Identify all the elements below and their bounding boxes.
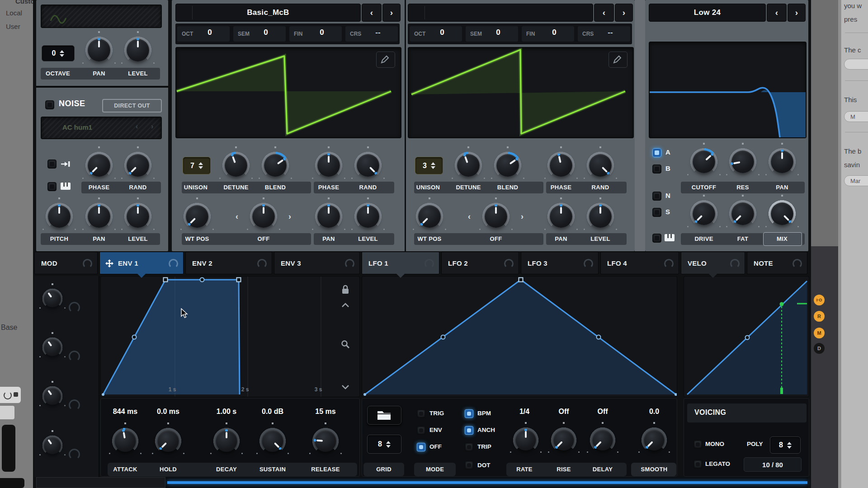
help-pill-button[interactable]: Mar [844,175,868,186]
osc1-prev-button[interactable]: ‹ [362,4,382,22]
lfo-anch-checkbox[interactable] [465,426,473,435]
filter-cutoff-knob[interactable] [689,147,718,176]
browser-item-base[interactable]: Base [1,324,17,332]
filter-type-header[interactable]: Low 24 [649,4,766,22]
filter-drive-knob[interactable] [689,199,718,228]
stepper-arrows-icon[interactable] [386,441,391,448]
osc1-off-knob[interactable] [249,202,278,231]
osc1-detune-knob[interactable] [222,151,250,180]
mod-knob-3[interactable] [42,385,63,407]
osc1-name-header[interactable]: Basic_McB [175,4,361,22]
noise-next-icon[interactable]: › [151,122,153,131]
tab-env2[interactable]: ENV 2 [185,252,272,274]
osc2-phase-knob[interactable] [547,151,576,180]
filter-next-button[interactable]: › [788,4,806,22]
chevron-up-icon[interactable] [342,303,349,307]
bottom-scroll-indicator[interactable] [167,481,807,484]
osc2-off-prev-icon[interactable]: ‹ [468,212,471,221]
osc2-prev-button[interactable]: ‹ [594,4,614,22]
lfo-env-checkbox[interactable] [417,426,425,435]
osc1-rand-knob[interactable] [354,151,382,180]
decay-knob[interactable] [212,427,241,455]
refresh-icon[interactable] [4,391,12,399]
tab-lfo4[interactable]: LFO 4 [600,252,679,274]
lfo-dot-checkbox[interactable] [465,461,473,469]
noise-oneshot-checkbox[interactable] [47,160,57,169]
osc1-blend-knob[interactable] [261,151,290,180]
lfo-grid-stepper[interactable]: 8 [367,435,401,454]
noise-enable-checkbox[interactable] [45,100,54,109]
host-black-tile[interactable] [2,425,15,472]
hold-knob[interactable] [154,427,182,455]
filter-mix-knob[interactable] [768,199,797,228]
osc1-level-knob[interactable] [354,202,382,231]
mixer-badge[interactable]: M [814,328,825,338]
host-bottom-button[interactable] [0,478,24,488]
attack-knob[interactable] [111,427,139,455]
osc2-unison-stepper[interactable]: 3 [415,157,443,174]
lfo-smooth-value[interactable]: 0.0 [649,408,659,416]
tab-env1[interactable]: ENV 1 [99,252,184,274]
osc2-pan-knob[interactable] [547,202,576,231]
noise-level-knob[interactable] [123,202,152,231]
osc1-next-button[interactable]: › [382,4,401,22]
filter-fat-knob[interactable] [728,199,757,228]
lfo-bpm-checkbox[interactable] [465,409,473,418]
browser-item-custom[interactable]: Custo [15,0,35,5]
lock-icon[interactable] [341,285,349,294]
browser-item-local[interactable]: Local [6,9,22,17]
lfo-preset-button[interactable] [367,406,401,425]
osc1-edit-button[interactable] [376,52,395,68]
sub-level-knob[interactable] [123,36,152,65]
tab-lfo1[interactable]: LFO 1 [362,252,439,274]
noise-sample-selector[interactable]: AC hum1 ‹ › [41,117,162,139]
mod-knob-1[interactable] [42,288,63,310]
filter-display[interactable] [649,42,807,138]
osc2-name-header[interactable] [408,4,593,22]
tab-lfo2[interactable]: LFO 2 [441,252,519,274]
stepper-arrows-icon[interactable] [431,162,435,169]
osc1-wtpos-knob[interactable] [183,202,212,231]
help-pill-button[interactable]: M [844,111,868,122]
stepper-arrows-icon[interactable] [60,50,64,57]
decay-value[interactable]: 1.00 s [217,408,236,416]
lfo-rise-value[interactable]: Off [558,408,569,416]
sub-octave-stepper[interactable]: 0 [42,45,75,61]
io-badge[interactable]: I·O [814,295,825,305]
osc2-off-knob[interactable] [481,202,510,231]
osc1-off-next-icon[interactable]: › [288,212,291,221]
osc1-pan-knob[interactable] [314,202,343,231]
return-badge[interactable]: R [814,311,825,322]
osc2-level-knob[interactable] [586,202,615,231]
filter-input-n-checkbox[interactable] [652,192,661,201]
velocity-editor[interactable] [684,276,809,397]
filter-keytrack-checkbox[interactable] [652,234,661,243]
release-value[interactable]: 15 ms [315,408,335,416]
tab-note[interactable]: NOTE [747,252,807,274]
filter-prev-button[interactable]: ‹ [767,4,787,22]
lfo-editor[interactable] [362,276,677,397]
noise-keytrack-checkbox[interactable] [47,182,57,191]
stepper-arrows-icon[interactable] [787,442,792,449]
legato-checkbox[interactable] [693,460,702,469]
tab-velo[interactable]: VELO [681,252,745,274]
tab-mod[interactable]: MOD [34,252,98,274]
mod-knob-4[interactable] [42,435,63,456]
lfo-delay-knob[interactable] [589,427,616,454]
noise-pitch-knob[interactable] [45,202,74,231]
stop-icon[interactable] [14,392,18,397]
poly-stepper[interactable]: 8 [770,436,801,454]
lfo-delay-value[interactable]: Off [597,408,608,416]
osc1-unison-stepper[interactable]: 7 [183,157,211,174]
envelope-editor[interactable]: 1 s 2 s 3 s [100,276,360,397]
stepper-arrows-icon[interactable] [198,162,203,169]
osc2-wtpos-knob[interactable] [415,202,444,231]
osc1-off-prev-icon[interactable]: ‹ [236,212,238,221]
noise-rand-knob[interactable] [123,151,152,180]
noise-pan-knob[interactable] [85,202,113,231]
tab-env3[interactable]: ENV 3 [274,252,360,274]
osc1-waveform-display[interactable] [175,47,401,138]
filter-pan-knob[interactable] [768,147,797,176]
attack-value[interactable]: 844 ms [113,408,137,416]
osc2-off-next-icon[interactable]: › [521,212,524,221]
